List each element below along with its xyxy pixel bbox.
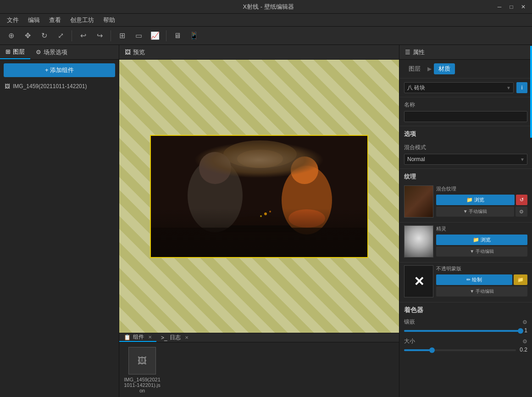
tiling-value: 1 <box>524 327 527 334</box>
sprite-thumb-inner <box>405 226 433 257</box>
tiling-label-row: 镶嵌 ⚙ <box>404 318 527 326</box>
mobile-icon[interactable]: 📱 <box>187 28 201 43</box>
size-thumb[interactable] <box>429 347 435 353</box>
tiling-gear-icon[interactable]: ⚙ <box>522 319 527 325</box>
preview-image <box>151 136 367 257</box>
grid-icon[interactable]: ⊞ <box>115 28 129 43</box>
tiling-track[interactable] <box>404 330 521 332</box>
toolbar: ⊕ ✥ ↻ ⤢ ↩ ↪ ⊞ ▭ 📈 🖥 📱 <box>0 27 532 45</box>
preview-area[interactable] <box>119 60 399 333</box>
frame-icon[interactable]: ▭ <box>131 28 146 43</box>
opacity-label: 不透明蒙版 <box>436 265 527 272</box>
size-slider-container: 0.2 <box>404 347 527 353</box>
main-layout: ⊞ 图层 ⚙ 场景选项 + 添加组件 🖼 IMG_1459(20211011-1… <box>0 45 532 397</box>
size-fill <box>404 349 432 351</box>
add-component-button[interactable]: + 添加组件 <box>4 63 115 77</box>
redo-icon[interactable]: ↪ <box>92 28 107 43</box>
svg-rect-4 <box>214 225 306 232</box>
menu-file[interactable]: 文件 <box>2 14 23 26</box>
breadcrumb: 图层 ▶ 材质 <box>399 60 532 78</box>
svg-point-6 <box>199 152 231 184</box>
sprite-manual-row: ▼ 手动编辑 <box>436 246 527 257</box>
tab-log[interactable]: >_ 日志 ✕ <box>156 333 193 342</box>
blend-texture-row: 混合纹理 📁 浏览 ↺ ▼ 手动编辑 ⚙ <box>404 185 527 218</box>
left-panel: ⊞ 图层 ⚙ 场景选项 + 添加组件 🖼 IMG_1459(20211011-1… <box>0 45 119 397</box>
breadcrumb-material[interactable]: 材质 <box>434 63 455 74</box>
component-thumbnail: 🖼 <box>128 347 156 375</box>
svg-point-1 <box>223 140 297 168</box>
toolbar-sep3 <box>166 30 166 41</box>
blend-texture-thumb <box>404 185 433 218</box>
component-thumb-icon: 🖼 <box>138 356 147 366</box>
layer-icon: 🖼 <box>5 83 10 89</box>
blend-browse-button[interactable]: 📁 浏览 <box>436 195 515 205</box>
blend-manual-button[interactable]: ▼ 手动编辑 <box>436 207 514 217</box>
tab-components[interactable]: 📋 组件 ✕ <box>119 333 156 342</box>
close-button[interactable]: ✕ <box>519 3 527 11</box>
tab-scene-options[interactable]: ⚙ 场景选项 <box>30 45 73 59</box>
component-icon: 📋 <box>124 334 131 341</box>
opacity-folder-button[interactable]: 📁 <box>514 274 527 285</box>
sprite-browse-button[interactable]: 📁 浏览 <box>436 235 527 245</box>
illustration <box>151 136 367 257</box>
name-input[interactable] <box>404 111 527 122</box>
tab-close-components[interactable]: ✕ <box>148 335 152 340</box>
menubar: 文件 编辑 查看 创意工坊 帮助 <box>0 14 532 27</box>
colorizer-section: 着色器 镶嵌 ⚙ 1 <box>399 302 532 360</box>
name-label: 名称 <box>404 101 527 109</box>
toolbar-sep1 <box>72 30 72 41</box>
bottom-content: 🖼 IMG_1459(20211011-142201).json <box>119 342 399 397</box>
menu-workshop[interactable]: 创意工坊 <box>66 14 99 26</box>
refresh-icon[interactable]: ↻ <box>37 28 51 43</box>
component-item[interactable]: 🖼 IMG_1459(20211011-142201).json <box>124 347 161 393</box>
undo-icon[interactable]: ↩ <box>76 28 90 43</box>
right-panel: ☰ 属性 图层 ▶ 材质 八 砖块 ▼ <box>399 45 532 397</box>
menu-edit[interactable]: 编辑 <box>23 14 44 26</box>
svg-point-3 <box>214 216 306 239</box>
sprite-label: 精灵 <box>436 225 527 232</box>
size-value: 0.2 <box>520 347 527 353</box>
size-gear-icon[interactable]: ⚙ <box>522 338 527 345</box>
type-section: 八 砖块 ▼ i <box>399 78 532 97</box>
tiling-slider-container: 1 <box>404 327 527 334</box>
chart-icon[interactable]: 📈 <box>148 28 162 43</box>
opacity-thumb-inner: ✕ <box>405 266 433 297</box>
type-info-button[interactable]: i <box>516 82 527 93</box>
monitor-icon[interactable]: 🖥 <box>170 28 185 43</box>
tiling-thumb[interactable] <box>518 328 523 334</box>
size-track[interactable] <box>404 349 516 351</box>
opacity-paint-button[interactable]: ✏ 绘制 <box>436 274 512 285</box>
tab-layers[interactable]: ⊞ 图层 <box>0 45 30 59</box>
move-icon[interactable]: ✥ <box>20 28 35 43</box>
tab-close-log[interactable]: ✕ <box>185 335 188 340</box>
texture-title: 纹理 <box>399 169 532 183</box>
blend-texture-controls: 混合纹理 📁 浏览 ↺ ▼ 手动编辑 ⚙ <box>436 185 527 218</box>
layer-item[interactable]: 🖼 IMG_1459(20211011-142201) <box>0 81 119 92</box>
properties-header: ☰ 属性 <box>399 45 532 60</box>
sprite-manual-button[interactable]: ▼ 手动编辑 <box>436 246 527 257</box>
properties-icon: ☰ <box>405 49 410 56</box>
tiling-label: 镶嵌 <box>404 318 415 326</box>
preview-header: 🖼 预览 <box>119 45 399 60</box>
blend-reset-button[interactable]: ↺ <box>516 195 527 205</box>
minimize-button[interactable]: ─ <box>495 3 504 11</box>
expand-icon[interactable]: ⤢ <box>53 28 68 43</box>
svg-point-2 <box>237 150 283 168</box>
opacity-manual-button[interactable]: ▼ 手动编辑 <box>436 286 527 296</box>
blend-gear-button[interactable]: ⚙ <box>515 207 527 217</box>
breadcrumb-layers[interactable]: 图层 <box>404 63 425 74</box>
right-edge-scrollbar[interactable] <box>530 46 532 138</box>
opacity-paint-row: ✏ 绘制 📁 <box>436 274 527 285</box>
breadcrumb-arrow: ▶ <box>427 66 432 72</box>
add-icon[interactable]: ⊕ <box>4 28 18 43</box>
options-title: 选项 <box>399 126 532 140</box>
type-select[interactable]: 八 砖块 <box>404 82 514 93</box>
size-label: 大小 <box>404 337 415 345</box>
menu-view[interactable]: 查看 <box>44 14 66 26</box>
menu-help[interactable]: 帮助 <box>99 14 120 26</box>
svg-point-11 <box>264 212 267 215</box>
svg-point-12 <box>269 211 271 212</box>
tiling-slider-row: 镶嵌 ⚙ 1 <box>404 318 527 334</box>
blend-mode-select[interactable]: Normal Add Multiply Screen Overlay <box>404 154 527 165</box>
maximize-button[interactable]: □ <box>507 3 515 11</box>
